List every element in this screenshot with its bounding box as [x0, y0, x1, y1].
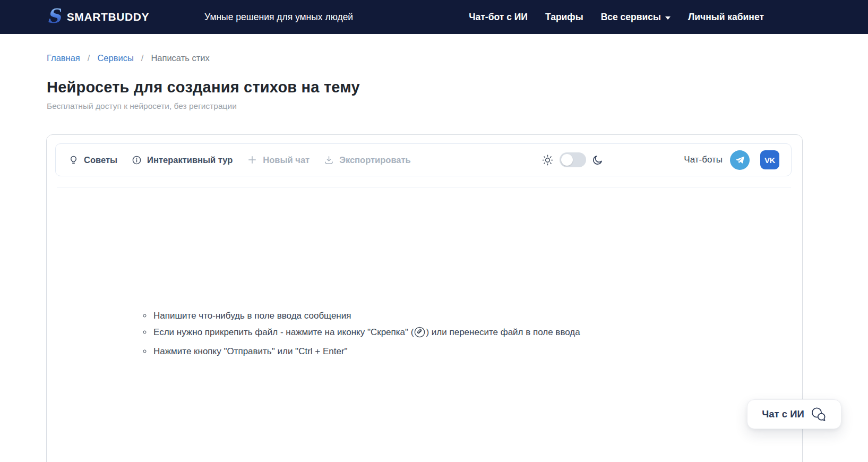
toolbar-left-group: Советы Интерактивный тур Новый чат: [68, 155, 411, 165]
chat-toolbar: Советы Интерактивный тур Новый чат: [55, 143, 792, 176]
header-tagline: Умные решения для умных людей: [204, 12, 353, 23]
breadcrumb-current: Написать стих: [151, 53, 209, 63]
breadcrumb-services-link[interactable]: Сервисы: [97, 53, 133, 63]
vk-icon: VK: [764, 156, 775, 165]
hint-item: Нажмите кнопку "Отправить" или "Ctrl + E…: [152, 343, 791, 360]
theme-toggle[interactable]: [560, 152, 586, 167]
paperclip-icon: [414, 327, 425, 343]
new-chat-button[interactable]: Новый чат: [247, 155, 310, 165]
ai-chat-fab-label: Чат с ИИ: [762, 408, 804, 420]
chat-messages-area: Напишите что-нибудь в поле ввода сообщен…: [57, 187, 791, 462]
hint-item: Если нужно прикрепить файл - нажмите на …: [152, 324, 791, 343]
chat-bubbles-icon: [811, 407, 827, 422]
chatbots-label: Чат-боты: [684, 155, 723, 165]
telegram-icon: [735, 155, 745, 165]
breadcrumb-home-link[interactable]: Главная: [47, 53, 80, 63]
moon-icon: [592, 155, 603, 166]
sun-icon: [542, 154, 554, 166]
main-nav: Чат-бот с ИИ Тарифы Все сервисы Личный к…: [469, 12, 764, 23]
nav-item-all-services[interactable]: Все сервисы: [601, 12, 671, 23]
tips-label: Советы: [84, 155, 117, 165]
hint-text: Напишите что-нибудь в поле ввода сообщен…: [153, 311, 351, 321]
hint-text-before: Если нужно прикрепить файл - нажмите на …: [153, 327, 414, 337]
vk-button[interactable]: VK: [760, 150, 779, 169]
nav-item-label: Чат-бот с ИИ: [469, 12, 528, 23]
hint-item: Напишите что-нибудь в поле ввода сообщен…: [152, 307, 791, 324]
nav-item-label: Тарифы: [545, 12, 583, 23]
info-icon: [132, 155, 142, 165]
chatbots-group: Чат-боты VK: [684, 150, 779, 170]
interactive-tour-button[interactable]: Интерактивный тур: [132, 155, 233, 165]
tips-button[interactable]: Советы: [68, 155, 117, 165]
export-button[interactable]: Экспортировать: [324, 155, 411, 165]
lightbulb-icon: [68, 155, 79, 165]
telegram-button[interactable]: [730, 150, 750, 170]
plus-icon: [247, 155, 257, 165]
header: S SMARTBUDDY Умные решения для умных люд…: [0, 0, 868, 34]
export-label: Экспортировать: [339, 155, 411, 165]
download-icon: [324, 155, 334, 165]
new-chat-label: Новый чат: [263, 155, 310, 165]
chat-hints-list: Напишите что-нибудь в поле ввода сообщен…: [142, 307, 791, 360]
chevron-down-icon: [665, 16, 671, 20]
nav-item-chatbot[interactable]: Чат-бот с ИИ: [469, 12, 528, 23]
brand-s-icon: S: [47, 6, 61, 26]
breadcrumb-separator: /: [141, 53, 144, 63]
theme-toggle-group: [542, 152, 603, 167]
brand-name: SMARTBUDDY: [67, 11, 149, 23]
breadcrumb: Главная / Сервисы / Написать стих: [47, 53, 868, 63]
nav-item-label: Личный кабинет: [688, 12, 764, 23]
breadcrumb-separator: /: [88, 53, 90, 63]
interactive-tour-label: Интерактивный тур: [147, 155, 233, 165]
page-subtitle: Бесплатный доступ к нейросети, без регис…: [47, 101, 868, 111]
page-title: Нейросеть для создания стихов на тему: [47, 79, 868, 96]
chat-card: Советы Интерактивный тур Новый чат: [46, 134, 803, 462]
nav-item-tariffs[interactable]: Тарифы: [545, 12, 583, 23]
nav-item-label: Все сервисы: [601, 12, 661, 23]
hint-text-after: ) или перенесите файл в поле ввода: [426, 327, 580, 337]
brand-logo[interactable]: S SMARTBUDDY: [47, 7, 149, 27]
theme-toggle-knob: [561, 154, 573, 166]
nav-item-account[interactable]: Личный кабинет: [688, 12, 764, 23]
hint-text: Нажмите кнопку "Отправить" или "Ctrl + E…: [153, 346, 348, 356]
ai-chat-fab-button[interactable]: Чат с ИИ: [747, 399, 841, 429]
page-content: Главная / Сервисы / Написать стих Нейрос…: [0, 53, 868, 111]
